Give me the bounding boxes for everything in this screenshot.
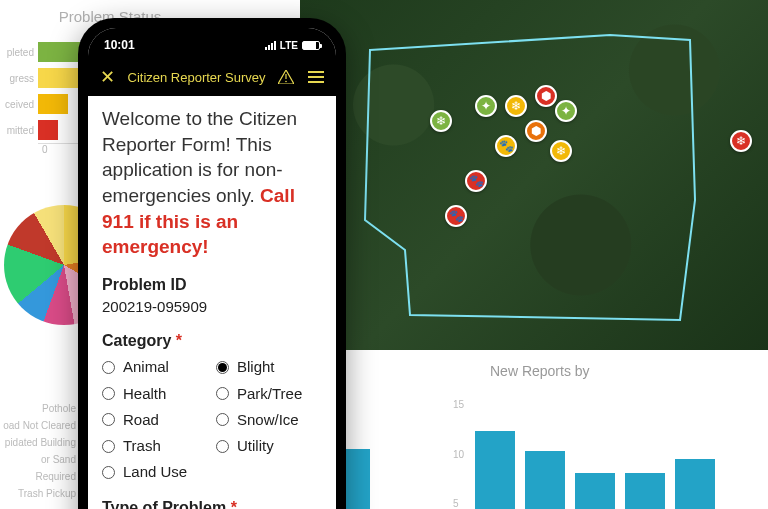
- category-option[interactable]: Park/Tree: [216, 384, 322, 404]
- app-bar: ✕ Citizen Reporter Survey: [88, 58, 336, 96]
- phone-notch: [152, 18, 272, 40]
- category-options: AnimalBlightHealthPark/TreeRoadSnow/IceT…: [102, 357, 322, 482]
- problem-id-label: Problem ID: [102, 274, 322, 296]
- map-pin[interactable]: 🐾: [445, 205, 467, 227]
- intro-text: Welcome to the Citizen Reporter Form! Th…: [102, 106, 322, 260]
- problem-type-labels: Potholeoad Not Clearedpidated Buildingor…: [0, 400, 76, 502]
- network-label: LTE: [280, 40, 298, 51]
- bar-chart-2: 15105: [475, 399, 715, 509]
- category-option[interactable]: Blight: [216, 357, 322, 377]
- map-pin[interactable]: ❄: [550, 140, 572, 162]
- phone-screen: 10:01 LTE ✕ Citizen Reporter Survey Welc…: [88, 28, 336, 509]
- problem-id-value: 200219-095909: [102, 297, 322, 317]
- phone-frame: 10:01 LTE ✕ Citizen Reporter Survey Welc…: [78, 18, 346, 509]
- map-pin[interactable]: ✦: [555, 100, 577, 122]
- close-icon[interactable]: ✕: [100, 66, 115, 88]
- radio-icon: [102, 361, 115, 374]
- svg-point-1: [285, 81, 287, 83]
- app-title: Citizen Reporter Survey: [128, 70, 266, 85]
- radio-icon: [216, 387, 229, 400]
- bar: [475, 431, 515, 509]
- survey-form: Welcome to the Citizen Reporter Form! Th…: [88, 96, 336, 509]
- type-of-problem-label: Type of Problem *: [102, 497, 322, 509]
- category-option[interactable]: Health: [102, 384, 208, 404]
- menu-icon[interactable]: [308, 71, 324, 83]
- new-reports-label: New Reports by: [490, 363, 590, 379]
- radio-icon: [216, 361, 229, 374]
- radio-icon: [216, 413, 229, 426]
- map-pin[interactable]: ⬢: [525, 120, 547, 142]
- category-option[interactable]: Land Use: [102, 462, 208, 482]
- battery-icon: [302, 41, 320, 50]
- category-option[interactable]: Animal: [102, 357, 208, 377]
- map-pin[interactable]: ✦: [475, 95, 497, 117]
- category-option[interactable]: Trash: [102, 436, 208, 456]
- radio-icon: [102, 387, 115, 400]
- map-pin[interactable]: 🐾: [495, 135, 517, 157]
- signal-icon: [265, 41, 276, 50]
- radio-icon: [216, 440, 229, 453]
- category-option[interactable]: Road: [102, 410, 208, 430]
- map-pin[interactable]: ❄: [730, 130, 752, 152]
- map-pin[interactable]: 🐾: [465, 170, 487, 192]
- map-pin[interactable]: ❄: [505, 95, 527, 117]
- radio-icon: [102, 413, 115, 426]
- county-boundary: [350, 20, 710, 330]
- bar: [625, 473, 665, 509]
- category-label: Category *: [102, 330, 322, 352]
- map-pin[interactable]: ⬢: [535, 85, 557, 107]
- radio-icon: [102, 440, 115, 453]
- map-pin[interactable]: ❄: [430, 110, 452, 132]
- bar: [675, 459, 715, 509]
- category-option[interactable]: Utility: [216, 436, 322, 456]
- warning-icon[interactable]: [278, 70, 294, 84]
- bar: [575, 473, 615, 509]
- clock: 10:01: [104, 38, 135, 52]
- bar: [525, 451, 565, 509]
- map[interactable]: ❄✦❄⬢✦⬢🐾❄🐾🐾❄: [300, 0, 768, 350]
- category-option[interactable]: Snow/Ice: [216, 410, 322, 430]
- radio-icon: [102, 466, 115, 479]
